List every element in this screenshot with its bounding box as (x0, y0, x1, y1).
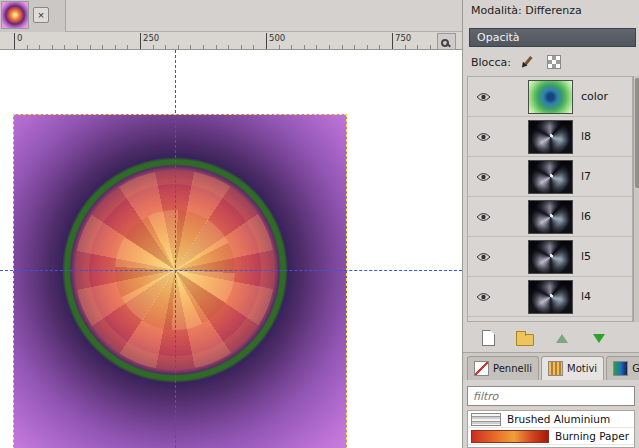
lock-alpha-button[interactable] (547, 55, 561, 69)
arrow-up-icon (556, 334, 568, 343)
patterns-icon (548, 361, 563, 376)
canvas[interactable] (0, 50, 462, 448)
gradients-icon (613, 361, 628, 376)
tab-brushes[interactable]: Pennelli (467, 356, 539, 380)
layer-thumbnail (528, 240, 573, 274)
layer-thumbnail (528, 80, 573, 114)
raise-layer-button[interactable] (551, 328, 573, 348)
dock-tab-bar: Pennelli Motivi Gradienti (463, 352, 639, 380)
tab-gradients[interactable]: Gradienti (606, 356, 639, 380)
layer-mode-select[interactable]: Modalità: Differenza (471, 4, 582, 17)
paintbrush-icon (524, 56, 532, 65)
lock-row: Blocca: (471, 52, 561, 72)
folder-icon (516, 334, 534, 346)
layers-list: color l8 l7 l6 l5 (467, 76, 633, 322)
zoom-follow-window-button[interactable] (437, 33, 456, 50)
vertical-guide[interactable] (175, 50, 176, 448)
layer-name: l5 (581, 250, 591, 263)
new-group-button[interactable] (514, 328, 536, 348)
image-region[interactable] (13, 114, 347, 448)
ruler-label: 0 (14, 33, 22, 49)
tab-label: Pennelli (493, 363, 532, 374)
layer-thumbnail (528, 280, 573, 314)
brushes-icon (474, 361, 489, 376)
lock-paint-button[interactable] (521, 54, 537, 70)
layer-name: l8 (581, 130, 591, 143)
pattern-row[interactable]: Burning Paper (468, 428, 634, 445)
layers-scrollbar[interactable] (633, 76, 639, 322)
tab-label: Motivi (567, 363, 597, 374)
new-layer-icon (482, 330, 495, 346)
tab-patterns[interactable]: Motivi (541, 356, 604, 380)
layer-thumbnail (528, 160, 573, 194)
pattern-thumbnail (471, 430, 549, 443)
tab-label: Gradienti (632, 363, 639, 374)
layer-thumbnail (528, 200, 573, 234)
pattern-thumbnail (471, 413, 501, 426)
lower-layer-button[interactable] (588, 328, 610, 348)
layer-name: l7 (581, 170, 591, 183)
opacity-label: Opacità (477, 31, 520, 44)
pattern-list: Brushed Aluminium Burning Paper (467, 410, 635, 448)
pattern-filter-input[interactable] (467, 386, 635, 406)
horizontal-ruler[interactable]: 0 250 500 750 (0, 32, 462, 50)
layer-name: l6 (581, 210, 591, 223)
pattern-name: Brushed Aluminium (507, 413, 610, 425)
pattern-row[interactable]: Brushed Aluminium (468, 411, 634, 428)
ruler-label: 500 (266, 33, 285, 49)
image-selection-frame (13, 114, 347, 448)
visibility-eye-icon[interactable] (472, 172, 494, 182)
image-tab[interactable]: × (0, 0, 66, 32)
new-layer-button[interactable] (477, 328, 499, 348)
pattern-name: Burning Paper (555, 430, 629, 442)
image-tab-bar: × (0, 0, 462, 32)
layer-actions-toolbar (467, 326, 633, 350)
visibility-eye-icon[interactable] (472, 132, 494, 142)
layer-row[interactable]: l8 (468, 117, 632, 157)
arrow-down-icon (593, 334, 605, 343)
visibility-eye-icon[interactable] (472, 212, 494, 222)
close-tab-button[interactable]: × (33, 7, 49, 23)
visibility-eye-icon[interactable] (472, 252, 494, 262)
layer-name: l4 (581, 290, 591, 303)
magnifier-icon (441, 39, 449, 47)
layer-row[interactable]: l4 (468, 277, 632, 317)
image-tab-thumbnail (1, 1, 29, 29)
layers-dock: Modalità: Differenza Opacità Blocca: col… (462, 0, 639, 448)
visibility-eye-icon[interactable] (472, 292, 494, 302)
layer-name: color (581, 90, 608, 103)
opacity-slider[interactable]: Opacità (469, 28, 636, 47)
layer-thumbnail (528, 120, 573, 154)
visibility-eye-icon[interactable] (472, 92, 494, 102)
ruler-label: 250 (140, 33, 159, 49)
lock-label: Blocca: (471, 56, 511, 69)
layer-row[interactable]: l7 (468, 157, 632, 197)
ruler-label: 750 (392, 33, 411, 49)
layer-row[interactable]: l6 (468, 197, 632, 237)
layer-row[interactable]: color (468, 77, 632, 117)
close-icon: × (38, 9, 44, 21)
gimp-window: × 0 250 500 750 Modalità: Differenza Opa… (0, 0, 639, 448)
horizontal-guide[interactable] (0, 270, 462, 271)
scrollbar-thumb[interactable] (635, 78, 639, 188)
layer-row[interactable]: l5 (468, 237, 632, 277)
